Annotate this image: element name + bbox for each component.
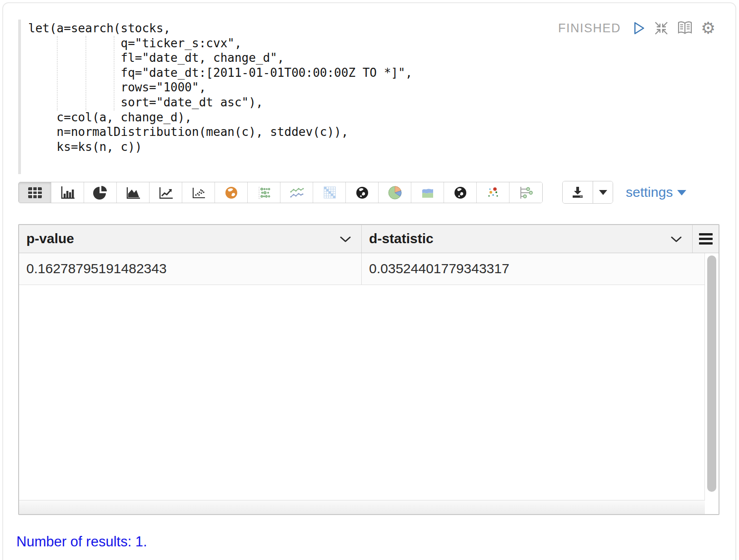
settings-label: settings [626, 185, 673, 200]
book-icon[interactable] [677, 20, 693, 36]
viz-colored-dots-button[interactable] [477, 182, 509, 203]
code-editor[interactable]: let(a=search(stocks, q="ticker_s:cvx", f… [18, 20, 720, 175]
cell-d-statistic: 0.03524401779343317 [361, 253, 704, 285]
chevron-down-icon[interactable] [670, 236, 682, 243]
column-label: p-value [26, 225, 74, 252]
scatter-chart-icon [191, 185, 206, 200]
bar-chart-icon [60, 185, 75, 200]
viz-bubble-grid-button[interactable] [248, 182, 280, 203]
results-count-text: Number of results: 1. [16, 534, 147, 550]
settings-caret-icon [677, 190, 686, 195]
multi-line-icon [289, 185, 305, 200]
levels-icon [518, 185, 534, 200]
download-button-group [562, 181, 613, 204]
viz-pie-colored-button[interactable] [379, 182, 411, 203]
column-header-d-statistic[interactable]: d-statistic [361, 225, 692, 253]
globe-dark-icon [355, 185, 370, 200]
viz-line-chart-button[interactable] [150, 182, 182, 203]
editor-gutter [18, 20, 21, 174]
download-options-button[interactable] [593, 181, 613, 203]
line-chart-icon [158, 185, 174, 200]
download-button[interactable] [563, 181, 593, 203]
viz-map-dark2-button[interactable] [444, 182, 477, 203]
chevron-down-icon[interactable] [340, 236, 351, 243]
table-menu-button[interactable] [692, 225, 719, 253]
scrollbar-track-border [704, 253, 705, 500]
settings-toggle[interactable]: settings [626, 182, 686, 202]
viz-scatter-chart-button[interactable] [182, 182, 215, 203]
cell-p-value: 0.16278795191482343 [19, 253, 361, 285]
paragraph-controls: FINISHED ⚙ [558, 19, 715, 37]
viz-area-chart-button[interactable] [117, 182, 150, 203]
column-label: d-statistic [369, 225, 434, 252]
viz-map-orange-button[interactable] [215, 182, 248, 203]
code-text[interactable]: let(a=search(stocks, q="ticker_s:cvx", f… [28, 21, 412, 154]
viz-toolbar [18, 182, 543, 203]
bubble-grid-icon [256, 185, 272, 200]
table-header-row: p-value d-statistic [19, 225, 719, 253]
viz-matrix-button[interactable] [313, 182, 346, 203]
pie-chart-icon [93, 185, 108, 200]
zeppelin-paragraph: let(a=search(stocks, q="ticker_s:cvx", f… [0, 0, 739, 560]
horizontal-scrollbar[interactable] [19, 500, 705, 514]
globe-dark2-icon [453, 185, 468, 200]
viz-pie-chart-button[interactable] [84, 182, 117, 203]
viz-multi-line-button[interactable] [280, 182, 313, 203]
viz-stream-button[interactable] [411, 182, 444, 203]
viz-map-dark-button[interactable] [346, 182, 379, 203]
collapse-icon[interactable] [654, 20, 669, 36]
download-icon [570, 185, 585, 200]
stream-area-icon [420, 185, 435, 200]
viz-table-button[interactable] [19, 182, 51, 203]
vertical-scrollbar[interactable] [707, 255, 716, 492]
table-icon [27, 186, 43, 200]
column-header-p-value[interactable]: p-value [19, 225, 361, 253]
viz-levels-button[interactable] [509, 182, 542, 203]
chevron-down-icon [599, 190, 607, 195]
area-chart-icon [125, 185, 141, 200]
result-table: p-value d-statistic 0.16278795191482343 … [18, 224, 719, 515]
matrix-heatmap-icon [322, 185, 337, 200]
menu-icon [699, 233, 713, 245]
table-row[interactable]: 0.16278795191482343 0.03524401779343317 [19, 253, 704, 285]
pie-colored-icon [387, 185, 403, 200]
status-badge: FINISHED [558, 21, 621, 35]
viz-bar-chart-button[interactable] [51, 182, 84, 203]
play-icon[interactable] [632, 21, 646, 35]
colored-dots-icon [485, 185, 501, 200]
gear-icon[interactable]: ⚙ [701, 20, 715, 36]
globe-orange-icon [224, 185, 239, 200]
